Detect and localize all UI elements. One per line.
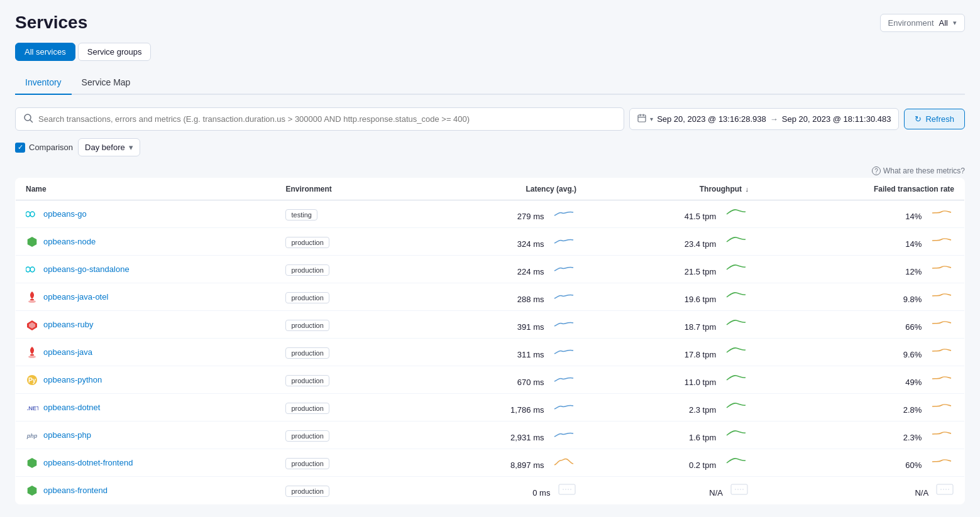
date-chevron-icon: ▾ (650, 116, 653, 122)
tab-inventory[interactable]: Inventory (15, 71, 72, 95)
svg-text:.NET: .NET (27, 405, 38, 411)
col-header-environment: Environment (275, 178, 410, 200)
failed-rate-sparkline (929, 373, 954, 385)
top-tab-buttons: All services Service groups (15, 43, 965, 61)
service-link[interactable]: opbeans-python (43, 375, 102, 384)
latency-sparkline (551, 345, 576, 357)
page-header: Services Environment All ▾ (15, 13, 965, 33)
service-link[interactable]: opbeans-java-otel (43, 292, 108, 302)
tab-btn-service-groups[interactable]: Service groups (78, 43, 151, 61)
service-env-cell: production (275, 366, 410, 394)
tab-btn-all-services[interactable]: All services (15, 43, 75, 61)
failed-rate-sparkline (929, 317, 954, 330)
service-icon: php (26, 429, 38, 442)
comparison-option: Day before (85, 143, 125, 152)
env-badge: testing (285, 209, 317, 220)
service-env-cell: production (275, 283, 410, 311)
service-throughput-cell: 2.3 tpm (586, 394, 759, 422)
latency-sparkline (551, 262, 576, 275)
service-link[interactable]: opbeans-go-standalone (43, 264, 129, 274)
date-arrow-icon: → (770, 114, 778, 124)
failed-rate-sparkline (929, 345, 954, 357)
service-name-cell: php opbeans-php (16, 422, 276, 449)
svg-marker-6 (28, 237, 37, 247)
toolbar: ▾ Sep 20, 2023 @ 13:16:28.938 → Sep 20, … (15, 107, 965, 131)
service-latency-cell: 2,931 ms (410, 422, 586, 449)
throughput-sparkline (724, 262, 749, 275)
environment-selector[interactable]: Environment All ▾ (880, 14, 965, 32)
service-link[interactable]: opbeans-java (43, 347, 92, 357)
service-env-cell: production (275, 477, 410, 504)
comparison-row: ✓ Comparison Day before ▾ (15, 138, 965, 156)
service-link[interactable]: opbeans-node (43, 237, 96, 246)
env-badge: production (285, 403, 329, 414)
refresh-icon: ↻ (915, 114, 922, 124)
refresh-button[interactable]: ↻ Refresh (904, 109, 965, 129)
env-badge: production (285, 375, 329, 386)
service-throughput-cell: 41.5 tpm (586, 200, 759, 228)
service-link[interactable]: opbeans-ruby (43, 320, 94, 329)
failed-rate-sparkline (929, 400, 954, 413)
service-throughput-cell: 11.0 tpm (586, 366, 759, 394)
service-name-cell: opbeans-dotnet-frontend (16, 449, 276, 477)
table-row: opbeans-frontend production 0 ms N/A N/A (16, 477, 965, 504)
service-name-cell: opbeans-frontend (16, 477, 276, 504)
service-latency-cell: 0 ms (410, 477, 586, 504)
latency-sparkline (551, 373, 576, 385)
service-icon (26, 457, 38, 469)
comparison-checkbox-wrap[interactable]: ✓ Comparison (15, 143, 73, 153)
service-env-cell: production (275, 394, 410, 422)
table-row: opbeans-ruby production 391 ms 18.7 tpm … (16, 311, 965, 339)
env-badge: production (285, 292, 329, 303)
svg-rect-8 (30, 299, 34, 300)
search-icon (23, 113, 33, 125)
env-badge: production (285, 320, 329, 331)
service-failed-rate-cell: 2.3% (759, 422, 965, 449)
search-input[interactable] (38, 114, 616, 124)
service-link[interactable]: opbeans-frontend (43, 486, 107, 495)
service-name-cell: Py opbeans-python (16, 366, 276, 394)
search-bar[interactable] (15, 107, 624, 131)
chevron-down-icon: ▾ (129, 143, 133, 152)
comparison-period-dropdown[interactable]: Day before ▾ (78, 138, 140, 156)
env-badge: production (285, 458, 329, 469)
table-row: opbeans-java production 311 ms 17.8 tpm … (16, 339, 965, 366)
failed-rate-sparkline (929, 262, 954, 275)
env-badge: production (285, 237, 329, 248)
service-name-cell: opbeans-node (16, 228, 276, 256)
service-name-cell: opbeans-go-standalone (16, 256, 276, 283)
service-latency-cell: 311 ms (410, 339, 586, 366)
throughput-sparkline (724, 345, 749, 357)
table-row: opbeans-go-standalone production 224 ms … (16, 256, 965, 283)
latency-sparkline (551, 207, 576, 219)
comparison-label: Comparison (29, 143, 73, 152)
date-to: Sep 20, 2023 @ 18:11:30.483 (782, 114, 891, 124)
service-throughput-cell: 21.5 tpm (586, 256, 759, 283)
svg-point-11 (28, 356, 36, 358)
tab-service-map[interactable]: Service Map (72, 71, 141, 95)
table-header-row: Name Environment Latency (avg.) Throughp… (16, 178, 965, 200)
service-failed-rate-cell: 14% (759, 228, 965, 256)
date-range-picker[interactable]: ▾ Sep 20, 2023 @ 13:16:28.938 → Sep 20, … (629, 108, 899, 130)
throughput-sparkline (724, 428, 749, 440)
metrics-hint[interactable]: ? What are these metrics? (15, 166, 965, 175)
service-link[interactable]: opbeans-php (43, 430, 91, 440)
service-link[interactable]: opbeans-dotnet (43, 403, 100, 412)
col-header-throughput[interactable]: Throughput ↓ (586, 178, 759, 200)
service-failed-rate-cell: 60% (759, 449, 965, 477)
service-link[interactable]: opbeans-go (43, 209, 87, 219)
service-link[interactable]: opbeans-dotnet-frontend (43, 458, 133, 467)
env-selector-label: Environment (888, 18, 934, 28)
svg-line-1 (30, 120, 33, 122)
throughput-sparkline (724, 317, 749, 330)
service-throughput-cell: 0.2 tpm (586, 449, 759, 477)
service-throughput-cell: 1.6 tpm (586, 422, 759, 449)
service-env-cell: production (275, 228, 410, 256)
service-icon (26, 484, 38, 497)
svg-rect-19 (559, 484, 575, 494)
services-table: Name Environment Latency (avg.) Throughp… (15, 178, 965, 504)
service-latency-cell: 224 ms (410, 256, 586, 283)
env-badge: production (285, 486, 329, 497)
service-env-cell: production (275, 449, 410, 477)
comparison-checkbox[interactable]: ✓ (15, 143, 25, 153)
